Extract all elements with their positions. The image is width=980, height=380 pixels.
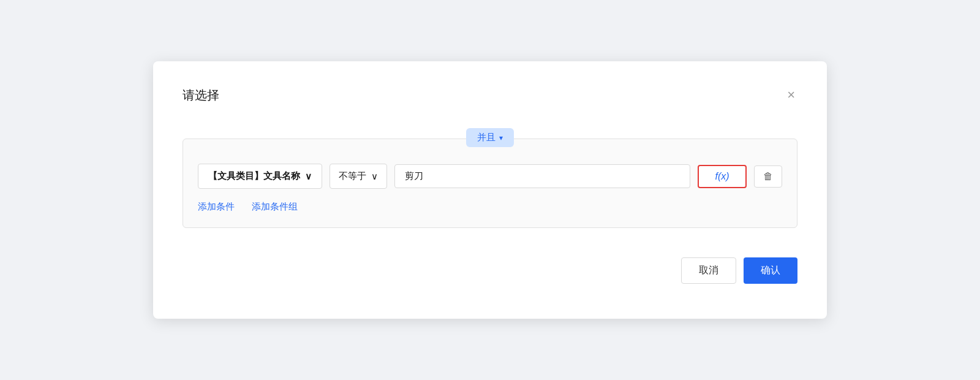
confirm-button[interactable]: 确认 xyxy=(744,257,797,284)
cancel-button[interactable]: 取消 xyxy=(681,257,736,284)
add-condition-button[interactable]: 添加条件 xyxy=(198,201,235,213)
operator-select[interactable]: 不等于 ∨ xyxy=(330,164,387,189)
operator-label: 不等于 xyxy=(339,170,366,182)
fx-button[interactable]: f(x) xyxy=(698,165,747,188)
add-condition-group-button[interactable]: 添加条件组 xyxy=(252,201,298,213)
and-label: 并且 xyxy=(477,132,496,143)
delete-button[interactable]: 🗑 xyxy=(754,165,782,188)
trash-icon: 🗑 xyxy=(763,171,773,182)
dialog: 请选择 × 并且 ▾ 【文具类目】文具名称 ∨ 不等于 ∨ f(x) 🗑 xyxy=(153,61,827,319)
condition-group: 并且 ▾ 【文具类目】文具名称 ∨ 不等于 ∨ f(x) 🗑 添加条件 添加条件… xyxy=(183,139,797,228)
and-button[interactable]: 并且 ▾ xyxy=(466,128,514,147)
field-select[interactable]: 【文具类目】文具名称 ∨ xyxy=(198,164,322,189)
chevron-down-icon: ▾ xyxy=(499,134,503,142)
dialog-title: 请选择 xyxy=(183,87,219,104)
add-links: 添加条件 添加条件组 xyxy=(198,201,782,213)
dialog-header: 请选择 × xyxy=(183,86,797,104)
dialog-footer: 取消 确认 xyxy=(183,257,797,284)
close-button[interactable]: × xyxy=(785,86,797,104)
and-btn-container: 并且 ▾ xyxy=(466,128,514,147)
field-chevron-icon: ∨ xyxy=(305,171,312,182)
field-label: 【文具类目】文具名称 xyxy=(208,170,300,182)
value-input[interactable] xyxy=(394,164,690,188)
condition-row: 【文具类目】文具名称 ∨ 不等于 ∨ f(x) 🗑 xyxy=(198,164,782,189)
operator-chevron-icon: ∨ xyxy=(371,171,378,182)
